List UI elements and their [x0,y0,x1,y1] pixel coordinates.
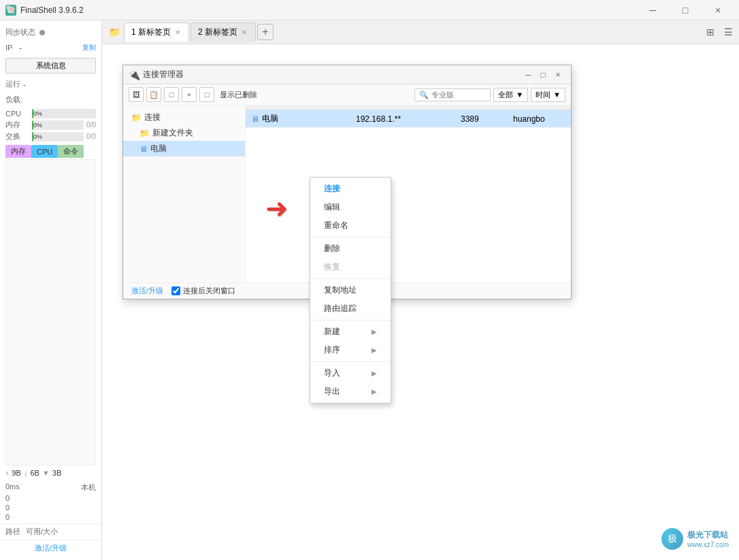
ctx-route-trace[interactable]: 路由追踪 [310,299,391,318]
ctx-rename[interactable]: 重命名 [310,216,391,235]
tab-2[interactable]: 2 新标签页 ✕ [191,22,256,42]
tab-2-close[interactable]: ✕ [242,29,247,36]
close-window-checkbox[interactable] [171,286,180,295]
chart-area [5,159,96,465]
ip-section: IP - 复制 [0,40,101,55]
tree-item-new-folder[interactable]: 📁 新建文件夹 [123,125,245,141]
cpu-value: 0% [33,110,42,117]
context-menu: 连接 编辑 重命名 删除 恢复 复制地址 路由追踪 新建 ▶ 排序 ▶ [310,177,391,403]
load-section: 负载: [0,92,101,108]
ctx-copy-address[interactable]: 复制地址 [310,281,391,299]
dropdown-all[interactable]: 全部 ▼ [493,88,528,102]
dialog-close-button[interactable]: × [551,67,565,82]
copy-button[interactable]: 复制 [82,43,96,52]
ctx-import[interactable]: 导入 ▶ [310,364,391,382]
tab-cmd-button[interactable]: 命令 [58,145,84,158]
cpu-progress: 0% [32,108,96,118]
tree-label-new-folder: 新建文件夹 [152,127,193,139]
ctx-sep-4 [310,361,391,362]
tab-strip: 📁 1 新标签页 ✕ 2 新标签页 ✕ + ⊞ ☰ [102,20,739,44]
minimize-button[interactable]: ─ [637,0,668,20]
cpu-label: CPU [5,110,29,118]
ctx-new-arrow-icon: ▶ [372,328,377,335]
ctx-delete[interactable]: 删除 [310,240,391,258]
mem-label: 内存 [5,120,29,130]
tab-cpu-button[interactable]: CPU [31,145,58,158]
tree-item-computer[interactable]: 🖥 电脑 [123,141,245,157]
search-icon: 🔍 [419,90,429,99]
dialog-minimize-button[interactable]: ─ [521,67,536,82]
ctx-connect[interactable]: 连接 [310,180,391,198]
ping-section: 0ms 本机 0 0 0 [0,480,101,523]
app-icon: 🐚 [5,5,16,16]
tree-panel: 📁 连接 📁 新建文件夹 🖥 电脑 [123,105,246,282]
content-area: 📁 1 新标签页 ✕ 2 新标签页 ✕ + ⊞ ☰ 🔌 [102,20,739,560]
tab-1-label: 1 新标签页 [131,27,171,38]
ctx-new[interactable]: 新建 ▶ [310,323,391,341]
dropdown-time[interactable]: 时间 ▼ [531,88,565,102]
swap-value: 0% [33,133,42,140]
computer-icon: 🖥 [139,144,148,154]
tab-1-close[interactable]: ✕ [175,29,180,36]
tree-item-connections[interactable]: 📁 连接 [123,110,245,125]
mem-fill: 0% [32,120,33,130]
cpu-fill: 0% [32,109,33,118]
close-window-label: 连接后关闭窗口 [183,286,235,296]
ctx-export-arrow-icon: ▶ [372,388,377,395]
toolbar-copy-button[interactable]: 📋 [146,87,161,102]
sys-info-button[interactable]: 系统信息 [5,58,96,73]
ip-label: IP - [5,44,22,52]
toolbar-img-button[interactable]: 🖼 [129,87,144,102]
watermark: 极 极光下载站 www.xz7.com [661,528,729,550]
add-tab-button[interactable]: + [257,24,274,40]
mem-row: 内存 0% 0/0 [0,119,101,131]
ping-val2: 0 [5,503,96,512]
ctx-edit[interactable]: 编辑 [310,198,391,216]
show-deleted-label: 显示已删除 [220,90,257,100]
folder-new-icon: 📁 [139,129,150,138]
mem-extra: 0/0 [86,121,96,129]
close-button[interactable]: × [702,0,734,20]
ctx-sort[interactable]: 排序 ▶ [310,341,391,359]
file-port: 3389 [461,114,513,124]
toolbar-square-button[interactable]: □ [164,87,179,102]
activate-link[interactable]: 激活/升级 [0,540,101,556]
watermark-site-name: 极光下载站 [687,529,729,541]
network-section: ↑ 9B ↓ 6B ▼ 3B [0,465,101,480]
tree-label-connections: 连接 [144,112,161,123]
tree-label-computer: 电脑 [150,143,167,154]
swap-extra: 0/0 [86,133,96,140]
grid-view-button[interactable]: ⊞ [702,24,719,40]
watermark-logo: 极 [661,528,683,550]
file-list-panel: 🖥 电脑 192.168.1.** 3389 huangbo [246,105,571,282]
dialog-toolbar: 🖼 📋 □ + □ 显示已删除 🔍 全部 ▼ [123,84,571,105]
toolbar-add-button[interactable]: + [182,87,197,102]
ctx-export[interactable]: 导出 ▶ [310,382,391,401]
ping-value: 0ms [5,482,20,493]
watermark-url: www.xz7.com [687,541,729,548]
net-icon: ▼ [42,469,50,477]
maximize-button[interactable]: □ [670,0,701,20]
file-ip: 192.168.1.** [356,114,461,124]
ping-val3: 0 [5,512,96,522]
ctx-import-label: 导入 [324,367,340,379]
dialog-activate-link[interactable]: 激活/升级 [131,286,163,296]
run-label: 运行 - [5,79,96,89]
main-layout: 同步状态 IP - 复制 系统信息 运行 - 负载: CPU 0% [0,20,739,560]
file-row-computer[interactable]: 🖥 电脑 192.168.1.** 3389 huangbo [246,110,571,128]
ctx-sep-3 [310,320,391,320]
tab-mem-button[interactable]: 内存 [5,145,31,158]
list-view-button[interactable]: ☰ [720,24,736,40]
swap-label: 交换 [5,131,29,142]
search-input[interactable] [431,90,486,99]
ping-local: 本机 [81,482,96,493]
path-section: 路径 可用/大小 [0,523,101,540]
folder-button[interactable]: 📁 [105,22,124,42]
window-controls: ─ □ × [637,0,734,20]
file-computer-icon: 🖥 [251,114,259,124]
ctx-sort-label: 排序 [324,344,340,356]
tab-1[interactable]: 1 新标签页 ✕ [124,22,189,42]
toolbar-box-button[interactable]: □ [199,87,214,102]
dialog-maximize-button[interactable]: □ [536,67,551,82]
mem-value: 0% [33,122,42,129]
